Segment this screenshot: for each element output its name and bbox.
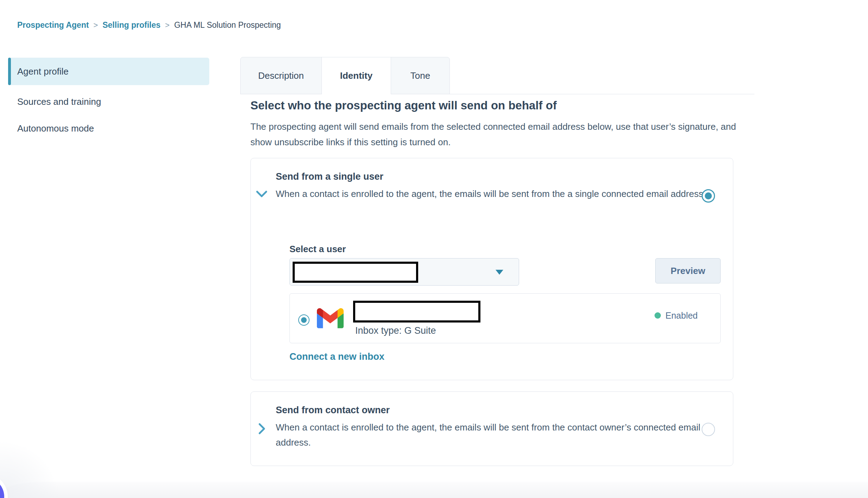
collapse-chevron-down-icon[interactable] [256,190,268,199]
option-title: Send from a single user [276,171,383,182]
preview-button[interactable]: Preview [655,258,721,283]
expand-chevron-right-icon[interactable] [258,423,266,436]
breadcrumb-separator: > [165,21,170,30]
sidebar-item-label: Autonomous mode [17,123,94,134]
redacted-selected-user [293,262,418,283]
tab-description[interactable]: Description [240,57,322,94]
page: Prospecting Agent > Selling profiles > G… [0,0,868,498]
sidebar-item-sources-and-training[interactable]: Sources and training [8,90,209,113]
enabled-status-dot [655,312,661,319]
bottom-gradient-band [0,482,868,498]
tab-tone[interactable]: Tone [391,57,450,94]
inbox-type-label: Inbox type: G Suite [355,325,436,336]
breadcrumb-link-prospecting-agent[interactable]: Prospecting Agent [17,20,89,30]
section-description: The prospecting agent will send emails f… [250,119,750,150]
sidebar-item-autonomous-mode[interactable]: Autonomous mode [8,117,209,140]
tab-bar: Description Identity Tone [240,57,450,94]
breadcrumb-separator: > [94,21,98,30]
send-from-single-user-card: Send from a single user When a contact i… [250,158,733,380]
user-select-dropdown[interactable] [289,258,519,286]
connect-new-inbox-link[interactable]: Connect a new inbox [289,351,384,362]
chevron-down-icon [496,270,503,275]
breadcrumb: Prospecting Agent > Selling profiles > G… [17,20,281,30]
active-indicator-bar [8,58,11,85]
page-title: Select who the prospecting agent will se… [250,99,557,112]
tab-identity[interactable]: Identity [321,57,391,94]
option-description: When a contact is enrolled to the agent,… [276,186,710,202]
sidebar-item-agent-profile[interactable]: Agent profile [8,58,209,85]
contact-owner-radio[interactable] [702,423,715,436]
option-title: Send from contact owner [276,405,390,416]
redacted-email-address [353,301,480,323]
breadcrumb-current-page: GHA ML Solution Prospecting [174,20,281,30]
option-description: When a contact is enrolled to the agent,… [276,420,710,450]
breadcrumb-link-selling-profiles[interactable]: Selling profiles [102,20,160,30]
gmail-icon [317,308,344,328]
send-from-contact-owner-card: Send from contact owner When a contact i… [250,391,733,466]
single-user-radio[interactable] [702,189,715,203]
inbox-row: Inbox type: G Suite Enabled [289,293,721,343]
sidebar-item-label: Agent profile [17,66,69,77]
select-user-label: Select a user [289,244,346,255]
status-badge: Enabled [665,311,698,321]
help-widget-halo [0,440,60,498]
inbox-radio[interactable] [298,314,309,326]
sidebar: Agent profile Sources and training Auton… [8,58,209,140]
sidebar-item-label: Sources and training [17,96,101,107]
